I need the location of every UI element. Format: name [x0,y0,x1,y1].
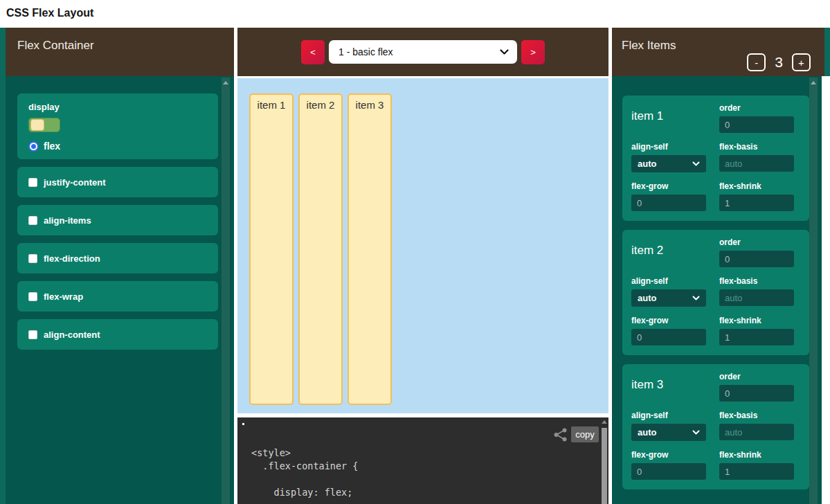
flex-items-panel: Flex Items - 3 + item 1 order [612,28,824,504]
flex-container-panel-header: Flex Container [6,28,234,76]
preview-column: < 1 - basic flex > item 1 item 2 item 3 [237,28,608,504]
container-property-card[interactable]: align-content [17,319,218,350]
code-scrollbar-thumb[interactable] [602,428,607,504]
scroll-up-arrow-icon[interactable] [223,81,228,84]
align-self-field: align-self auto [631,142,706,172]
align-self-select-value: auto [638,293,656,303]
flex-basis-label: flex-basis [719,276,794,286]
flex-basis-field: flex-basis [719,276,794,307]
flex-basis-field: flex-basis [719,142,794,172]
flex-shrink-field: flex-shrink [719,316,794,345]
flex-item-name: item 1 [631,103,706,133]
display-toggle-switch[interactable] [28,118,60,132]
order-input[interactable] [719,385,794,402]
order-label: order [719,372,794,381]
item-count: 3 [775,54,783,71]
align-self-field: align-self auto [631,276,706,307]
order-field: order [719,103,794,133]
order-input[interactable] [719,116,794,133]
chevron-down-icon [500,49,509,55]
flex-radio-button[interactable] [28,141,39,152]
page-background-strip-right [824,28,830,76]
flex-container-panel-body: display flex [6,76,234,504]
add-item-button[interactable]: + [792,53,811,71]
flex-items-panel-header: Flex Items - 3 + [612,28,824,76]
main-layout: Flex Container display flex [6,28,824,504]
container-property-card[interactable]: align-items [17,205,218,235]
flex-grow-input[interactable] [631,329,706,345]
flex-item-card: item 3 order align-self auto [622,364,809,489]
scroll-up-arrow-icon[interactable] [811,81,816,84]
flex-grow-field: flex-grow [631,450,706,480]
example-select[interactable]: 1 - basic flex [329,40,517,64]
container-property-label: align-content [44,330,100,340]
display-property-label: display [28,102,207,112]
example-nav-header: < 1 - basic flex > [237,28,608,76]
container-property-label: justify-content [44,177,106,188]
flex-shrink-field: flex-shrink [719,181,794,211]
code-line: .flex-container { [251,460,592,473]
flex-shrink-input[interactable] [719,463,794,480]
flex-radio-label: flex [44,141,60,152]
flex-shrink-label: flex-shrink [719,181,794,191]
align-self-label: align-self [631,276,706,286]
next-example-button[interactable]: > [521,40,545,64]
chevron-down-icon [692,161,700,166]
flex-shrink-label: flex-shrink [719,450,794,460]
container-property-card[interactable]: flex-wrap [17,281,218,312]
flex-grow-label: flex-grow [631,181,706,191]
code-panel: copy <style> .flex-container { display: … [237,417,608,504]
checkbox-icon[interactable] [28,216,37,225]
container-property-card[interactable]: justify-content [17,167,218,197]
copy-button[interactable]: copy [571,426,599,442]
page-background-strip-left [0,28,6,504]
order-label: order [719,237,794,247]
left-panel-scrollbar[interactable] [222,78,230,504]
remove-item-button[interactable]: - [747,53,766,71]
flex-demo-item: item 3 [348,93,392,405]
flex-shrink-input[interactable] [719,195,794,211]
right-panel-scrollbar[interactable] [809,78,818,504]
code-line: <style> [251,447,592,460]
item-counter: - 3 + [747,53,811,71]
page-title: CSS Flex Layout [6,7,93,19]
flex-basis-input[interactable] [719,155,794,172]
flex-shrink-input[interactable] [719,329,794,345]
checkbox-icon[interactable] [28,254,37,263]
checkbox-icon[interactable] [28,178,37,187]
flex-items-panel-body: item 1 order align-self auto [612,76,822,504]
code-block: <style> .flex-container { display: flex; [251,447,592,499]
flex-basis-input[interactable] [719,424,794,440]
align-self-select[interactable]: auto [631,424,706,441]
container-property-list: justify-content align-items flex-directi… [17,167,206,350]
flex-items-panel-title: Flex Items [622,39,676,53]
align-self-field: align-self auto [631,411,706,441]
previous-example-button[interactable]: < [301,40,325,64]
flex-grow-input[interactable] [631,195,706,211]
flex-basis-input[interactable] [719,289,794,306]
example-select-value: 1 - basic flex [339,46,393,57]
flex-grow-input[interactable] [631,463,706,480]
order-input[interactable] [719,251,794,267]
display-property-card: display flex [17,93,218,159]
flex-item-name: item 3 [631,372,706,402]
code-line [251,473,592,486]
container-property-card[interactable]: flex-direction [17,243,218,273]
flex-grow-field: flex-grow [631,181,706,211]
align-self-select[interactable]: auto [631,155,706,172]
flex-item-card: item 1 order align-self auto [622,96,809,221]
align-self-select-value: auto [638,427,656,438]
code-scrollbar[interactable] [600,417,608,504]
top-bar: CSS Flex Layout [0,0,830,28]
align-self-select[interactable]: auto [631,289,706,307]
flex-item-card-list: item 1 order align-self auto [612,76,822,489]
share-icon[interactable] [553,428,568,444]
checkbox-icon[interactable] [28,292,37,301]
checkbox-icon[interactable] [28,330,37,339]
code-line: display: flex; [251,486,592,499]
scroll-up-arrow-icon[interactable] [602,420,607,424]
align-self-label: align-self [631,411,706,420]
flex-shrink-label: flex-shrink [719,316,794,325]
container-property-label: flex-wrap [44,291,83,302]
flex-container-canvas: item 1 item 2 item 3 [237,78,608,413]
